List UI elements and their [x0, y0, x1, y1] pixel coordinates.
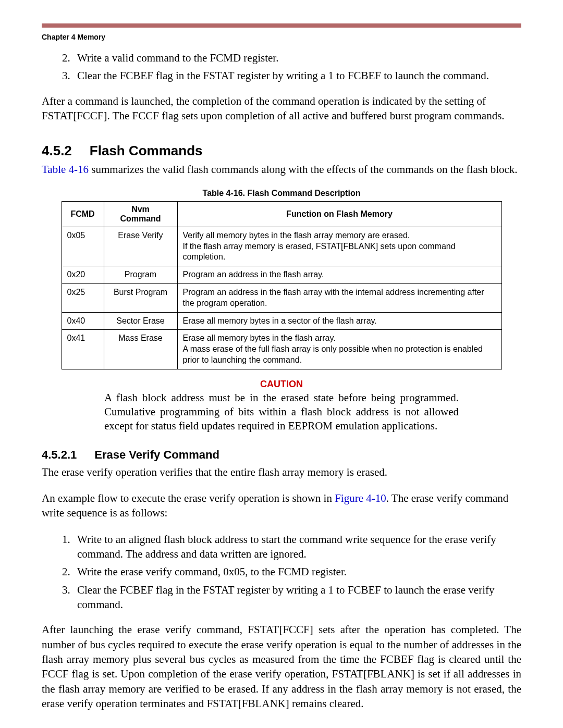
flash-command-table: FCMD NvmCommand Function on Flash Memory… — [62, 201, 502, 369]
cell-nvm: Mass Erase — [104, 330, 177, 369]
header-rule — [42, 23, 521, 28]
body-paragraph: An example flow to execute the erase ver… — [42, 491, 521, 521]
page: Chapter 4 Memory Write a valid command t… — [0, 0, 563, 728]
body-paragraph: After a command is launched, the complet… — [42, 94, 521, 124]
chapter-label: Chapter 4 Memory — [42, 33, 521, 41]
list-item: Clear the FCBEF flag in the FSTAT regist… — [73, 68, 521, 83]
caution-body: A flash block address must be in the era… — [104, 391, 459, 434]
table-header-row: FCMD NvmCommand Function on Flash Memory — [62, 201, 501, 227]
cell-func: Program an address in the flash array wi… — [177, 283, 501, 312]
cell-fcmd: 0x05 — [62, 227, 104, 266]
table-xref-link[interactable]: Table 4-16 — [42, 163, 89, 176]
cell-fcmd: 0x25 — [62, 283, 104, 312]
cell-nvm: Erase Verify — [104, 227, 177, 266]
subsection-number: 4.5.2.1 — [42, 448, 77, 462]
section-heading-452: 4.5.2Flash Commands — [42, 143, 521, 159]
cell-func: Program an address in the flash array. — [177, 266, 501, 284]
table-row: 0x25 Burst Program Program an address in… — [62, 283, 501, 312]
table-caption: Table 4-16. Flash Command Description — [42, 189, 521, 198]
cell-fcmd: 0x41 — [62, 330, 104, 369]
list-item: Clear the FCBEF flag in the FSTAT regist… — [73, 583, 521, 612]
continued-steps-list: Write a valid command to the FCMD regist… — [42, 51, 521, 83]
section-number: 4.5.2 — [42, 143, 72, 159]
col-func: Function on Flash Memory — [177, 201, 501, 227]
table-row: 0x05 Erase Verify Verify all memory byte… — [62, 227, 501, 266]
cell-nvm: Program — [104, 266, 177, 284]
cell-func: Verify all memory bytes in the flash arr… — [177, 227, 501, 266]
cell-fcmd: 0x20 — [62, 266, 104, 284]
list-item: Write to an aligned flash block address … — [73, 532, 521, 562]
caution-label: CAUTION — [42, 379, 521, 390]
section-intro: Table 4-16 summarizes the valid flash co… — [42, 162, 521, 177]
col-nvm: NvmCommand — [104, 201, 177, 227]
body-paragraph: After launching the erase verify command… — [42, 622, 521, 711]
section-intro-text: summarizes the valid flash commands alon… — [89, 163, 518, 176]
list-item: Write the erase verify command, 0x05, to… — [73, 564, 521, 579]
table-row: 0x20 Program Program an address in the f… — [62, 266, 501, 284]
cell-nvm: Sector Erase — [104, 312, 177, 330]
erase-verify-steps: Write to an aligned flash block address … — [42, 532, 521, 612]
para-text: An example flow to execute the erase ver… — [42, 492, 335, 504]
cell-func: Erase all memory bytes in a sector of th… — [177, 312, 501, 330]
col-fcmd: FCMD — [62, 201, 104, 227]
cell-fcmd: 0x40 — [62, 312, 104, 330]
subsection-heading-4521: 4.5.2.1Erase Verify Command — [42, 448, 521, 462]
list-item: Write a valid command to the FCMD regist… — [73, 51, 521, 65]
body-paragraph: The erase verify operation verifies that… — [42, 465, 521, 479]
section-title: Flash Commands — [90, 143, 203, 158]
table-row: 0x41 Mass Erase Erase all memory bytes i… — [62, 330, 501, 369]
cell-func: Erase all memory bytes in the flash arra… — [177, 330, 501, 369]
figure-xref-link[interactable]: Figure 4-10 — [335, 492, 386, 504]
table-row: 0x40 Sector Erase Erase all memory bytes… — [62, 312, 501, 330]
subsection-title: Erase Verify Command — [94, 448, 219, 461]
cell-nvm: Burst Program — [104, 283, 177, 312]
